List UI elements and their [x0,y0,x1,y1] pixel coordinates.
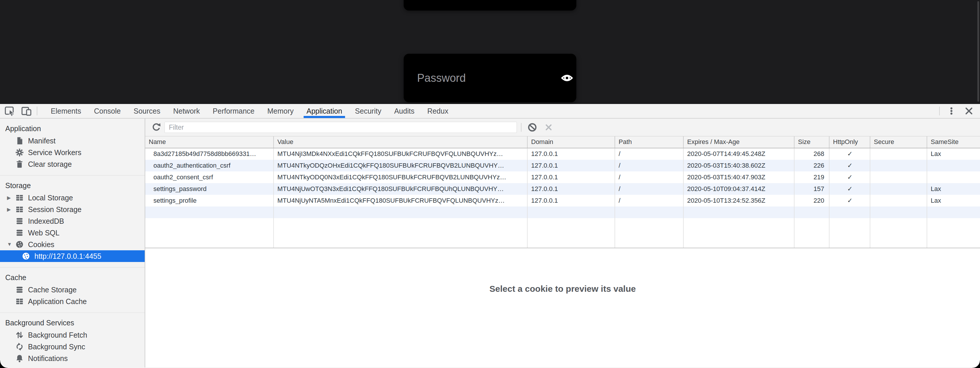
cell-path[interactable]: / [615,183,683,195]
cookie-row[interactable]: settings_profileMTU4NjUyNTA5MnxEdi1CQkFF… [145,195,980,206]
tab-console[interactable]: Console [88,104,127,118]
cell-httponly[interactable]: ✓ [829,183,870,195]
sidebar-item-session-storage[interactable]: ▶ Session Storage [0,203,145,215]
sidebar-item-application-cache[interactable]: Application Cache [0,296,145,307]
cell-secure[interactable] [870,183,927,195]
sidebar-item-service-workers[interactable]: Service Workers [0,147,145,158]
cell-path[interactable]: / [615,171,683,183]
delete-selected-icon[interactable] [543,122,554,133]
cookie-table-wrap: NameValueDomainPathExpires / Max-AgeSize… [145,136,980,248]
sidebar-item-clear-storage[interactable]: Clear storage [0,158,145,170]
database-icon [15,229,24,237]
cell-name[interactable]: 8a3d27185b49d7758d8bb669331… [145,148,274,160]
cell-expires[interactable]: 2020-05-07T14:49:45.248Z [683,148,794,160]
sidebar-section-title: Cache [0,271,145,284]
cookie-preview-placeholder: Select a cookie to preview its value [489,284,636,294]
cell-httponly[interactable]: ✓ [829,148,870,160]
cell-domain[interactable]: 127.0.0.1 [527,160,615,171]
cell-samesite[interactable]: Lax [927,183,980,195]
cell-value[interactable]: MTU4NjUyNTA5MnxEdi1CQkFFQ180SUFBUkFCRUFB… [274,195,527,206]
cell-name[interactable]: oauth2_authentication_csrf [145,160,274,171]
sidebar-item-indexeddb[interactable]: IndexedDB [0,215,145,227]
tab-sources[interactable]: Sources [127,104,167,118]
cell-httponly[interactable]: ✓ [829,160,870,171]
sidebar-item-notifications[interactable]: Notifications [0,352,145,364]
cell-samesite[interactable] [927,171,980,183]
cell-name[interactable]: oauth2_consent_csrf [145,171,274,183]
cell-secure[interactable] [870,148,927,160]
sidebar-item-cookie-origin[interactable]: http://127.0.0.1:4455 [0,250,145,262]
close-icon[interactable] [963,105,975,117]
empty-cell [615,206,683,218]
device-toolbar-icon[interactable] [21,105,32,117]
cell-value[interactable]: MTU4NTkyODQzOHxEdi1CQkFFQ180SUFBUkFCRUFB… [274,160,527,171]
cell-size[interactable]: 220 [794,195,829,206]
cell-secure[interactable] [870,160,927,171]
sidebar-item-manifest[interactable]: Manifest [0,135,145,147]
cell-size[interactable]: 219 [794,171,829,183]
chevron-down-icon[interactable]: ▼ [7,242,15,247]
text-input-cutoff[interactable] [404,0,576,11]
cell-size[interactable]: 226 [794,160,829,171]
password-field[interactable] [404,54,576,102]
browser-page-background [0,0,980,104]
cell-expires[interactable]: 2020-05-10T09:04:37.414Z [683,183,794,195]
cell-samesite[interactable]: Lax [927,148,980,160]
tab-memory[interactable]: Memory [261,104,300,118]
cell-path[interactable]: / [615,195,683,206]
page-scrollbar[interactable] [977,1,979,102]
tab-elements[interactable]: Elements [45,104,88,118]
cell-domain[interactable]: 127.0.0.1 [527,148,615,160]
inspect-element-icon[interactable] [4,105,16,117]
cookie-row[interactable]: settings_passwordMTU4NjUwOTQ3N3xEdi1CQkF… [145,183,980,195]
cell-expires[interactable]: 2020-05-03T15:40:38.602Z [683,160,794,171]
tab-redux[interactable]: Redux [421,104,455,118]
tab-security[interactable]: Security [348,104,388,118]
tab-audits[interactable]: Audits [388,104,421,118]
tab-performance[interactable]: Performance [206,104,261,118]
cell-path[interactable]: / [615,160,683,171]
cell-secure[interactable] [870,195,927,206]
sidebar-item-local-storage[interactable]: ▶ Local Storage [0,192,145,203]
chevron-right-icon[interactable]: ▶ [7,206,15,213]
empty-cell [274,206,527,218]
cell-value[interactable]: MTU4NjI3MDk4NXxEdi1CQkFFQ180SUFBUkFCRUFB… [274,148,527,160]
sidebar-item-web-sql[interactable]: Web SQL [0,227,145,238]
password-input[interactable] [417,72,560,85]
cell-domain[interactable]: 127.0.0.1 [527,183,615,195]
cell-expires[interactable]: 2020-05-10T13:24:52.356Z [683,195,794,206]
cookie-row[interactable]: oauth2_consent_csrfMTU4NTkyODQ0N3xEdi1CQ… [145,171,980,183]
cell-size[interactable]: 157 [794,183,829,195]
sidebar-item-cookies[interactable]: ▼ Cookies [0,238,145,250]
cell-samesite[interactable]: Lax [927,195,980,206]
cookie-icon [15,240,24,249]
tab-application[interactable]: Application [300,104,348,118]
sidebar-item-background-fetch[interactable]: Background Fetch [0,329,145,341]
cell-domain[interactable]: 127.0.0.1 [527,195,615,206]
cell-value[interactable]: MTU4NjUwOTQ3N3xEdi1CQkFFQ180SUFBUkFCRUFB… [274,183,527,195]
refresh-icon[interactable] [151,122,162,133]
chevron-right-icon[interactable]: ▶ [7,195,15,201]
cell-size[interactable]: 268 [794,148,829,160]
sidebar-item-background-sync[interactable]: Background Sync [0,341,145,352]
cookie-row[interactable]: 8a3d27185b49d7758d8bb669331…MTU4NjI3MDk4… [145,148,980,160]
eye-icon[interactable] [560,72,574,84]
cell-name[interactable]: settings_password [145,183,274,195]
clear-cookies-icon[interactable] [527,122,538,133]
cell-expires[interactable]: 2020-05-03T15:40:47.903Z [683,171,794,183]
cell-domain[interactable]: 127.0.0.1 [527,171,615,183]
kebab-menu-icon[interactable] [946,105,957,117]
cookie-filter-input[interactable] [164,122,517,133]
cell-httponly[interactable]: ✓ [829,195,870,206]
cell-secure[interactable] [870,171,927,183]
database-icon [15,217,24,226]
cell-httponly[interactable]: ✓ [829,171,870,183]
devtools-tabbar: ElementsConsoleSourcesNetworkPerformance… [0,104,980,118]
cookie-row[interactable]: oauth2_authentication_csrfMTU4NTkyODQzOH… [145,160,980,171]
cell-name[interactable]: settings_profile [145,195,274,206]
tab-network[interactable]: Network [167,104,207,118]
cell-value[interactable]: MTU4NTkyODQ0N3xEdi1CQkFFQ180SUFBUkFCRUFB… [274,171,527,183]
cell-path[interactable]: / [615,148,683,160]
sidebar-item-cache-storage[interactable]: Cache Storage [0,284,145,296]
cell-samesite[interactable] [927,160,980,171]
